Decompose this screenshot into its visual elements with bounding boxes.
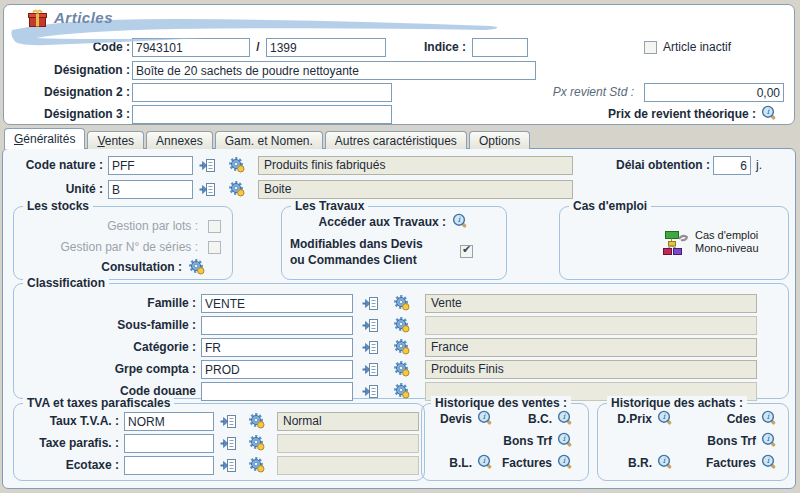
hist-achats-dprix-label: D.Prix (600, 410, 652, 429)
ecotaxe-gear-icon[interactable] (248, 456, 265, 473)
taux-tva-gear-icon[interactable] (248, 412, 265, 429)
categorie-input[interactable] (201, 338, 353, 357)
taxe-parafis-display (277, 434, 419, 453)
tab-ventes[interactable]: Ventes (87, 131, 144, 149)
hist-ventes-bons-trf-label: Bons Trf (494, 432, 552, 451)
hist-achats-cdes-label: Cdes (692, 410, 756, 429)
sous-famille-gear-icon[interactable] (393, 316, 410, 333)
taux-tva-lookup-icon[interactable] (220, 413, 237, 430)
hist-ventes-bl-label: B.L. (424, 454, 472, 473)
designation3-label: Désignation 3 : (12, 105, 130, 124)
hist-ventes-bl-loupe-icon[interactable]: i (477, 454, 494, 471)
ecotaxe-input[interactable] (124, 456, 214, 475)
prix-theorique-loupe-icon[interactable]: i (761, 105, 778, 122)
group-historique-ventes-title: Historique des ventes : (431, 396, 571, 410)
categorie-gear-icon[interactable] (393, 338, 410, 355)
designation-input[interactable] (132, 61, 536, 80)
article-header-panel: Articles Code : / Indice : Article inact… (3, 4, 795, 125)
delai-obtention-input[interactable] (713, 156, 751, 175)
code-douane-lookup-icon[interactable] (362, 383, 379, 400)
ecotaxe-display (277, 456, 419, 475)
grpe-compta-input[interactable] (201, 360, 353, 379)
code-nature-lookup-icon[interactable] (199, 157, 216, 174)
group-cas-emploi: Cas d'emploi Cas d'emploi Mono-niveau (559, 206, 789, 280)
group-les-stocks-title: Les stocks (23, 199, 93, 213)
group-historique-achats: Historique des achats : D.Prix i Cdes i … (597, 403, 789, 481)
hist-achats-cdes-loupe-icon[interactable]: i (761, 410, 778, 427)
hist-ventes-factures-loupe-icon[interactable]: i (557, 454, 574, 471)
taux-tva-input[interactable] (124, 412, 214, 431)
designation3-input[interactable] (132, 105, 392, 124)
hist-ventes-bons-trf-loupe-icon[interactable]: i (557, 432, 574, 449)
ecotaxe-label: Ecotaxe : (14, 456, 119, 475)
cas-emploi-hierarchy-icon[interactable] (662, 229, 690, 256)
taxe-parafis-label: Taxe parafis. : (14, 434, 119, 453)
hist-achats-bons-trf-loupe-icon[interactable]: i (761, 432, 778, 449)
designation2-label: Désignation 2 : (12, 83, 130, 102)
cas-emploi-line1: Cas d'emploi (695, 229, 758, 242)
taux-tva-label: Taux T.V.A. : (14, 412, 119, 431)
gift-icon (26, 8, 49, 29)
delai-obtention-label: Délai obtention : (596, 156, 710, 175)
tab-autres-caracteristiques[interactable]: Autres caractéristiques (325, 131, 467, 149)
taxe-parafis-input[interactable] (124, 434, 214, 453)
grpe-compta-display: Produits Finis (425, 360, 757, 379)
hist-ventes-factures-label: Factures (494, 454, 552, 473)
tab-annexes[interactable]: Annexes (146, 131, 213, 149)
group-tva-title: TVA et taxes parafiscales (23, 396, 174, 410)
article-inactif-checkbox[interactable] (644, 41, 657, 54)
tab-options[interactable]: Options (469, 131, 530, 149)
hist-ventes-bc-label: B.C. (494, 410, 552, 429)
categorie-display: France (425, 338, 757, 357)
modifiables-devis-checkbox[interactable] (460, 245, 473, 258)
tab-gam-et-nomen[interactable]: Gam. et Nomen. (215, 131, 323, 149)
delai-unit-label: j. (756, 156, 776, 175)
sous-famille-display (425, 316, 757, 335)
sous-famille-lookup-icon[interactable] (362, 317, 379, 334)
hist-achats-br-loupe-icon[interactable]: i (657, 454, 674, 471)
ecotaxe-lookup-icon[interactable] (220, 457, 237, 474)
hist-ventes-devis-label: Devis (424, 410, 472, 429)
hist-achats-br-label: B.R. (600, 454, 652, 473)
code-douane-gear-icon[interactable] (393, 382, 410, 399)
code-nature-label: Code nature : (3, 156, 103, 175)
hist-ventes-devis-loupe-icon[interactable]: i (477, 410, 494, 427)
unite-input[interactable] (108, 180, 193, 199)
designation2-input[interactable] (132, 83, 392, 102)
famille-input[interactable] (201, 294, 353, 313)
hist-achats-factures-loupe-icon[interactable]: i (761, 454, 778, 471)
hist-ventes-bc-loupe-icon[interactable]: i (557, 410, 574, 427)
sous-famille-label: Sous-famille : (22, 316, 196, 335)
taxe-parafis-gear-icon[interactable] (248, 434, 265, 451)
hist-achats-factures-label: Factures (692, 454, 756, 473)
taxe-parafis-lookup-icon[interactable] (220, 435, 237, 452)
code-douane-input[interactable] (201, 382, 353, 401)
group-classification: Classification Famille : Vente Sous-fami… (13, 283, 789, 399)
unite-lookup-icon[interactable] (199, 181, 216, 198)
px-revient-std-input[interactable] (644, 83, 784, 102)
consultation-gear-icon[interactable] (188, 258, 205, 275)
code-nature-gear-icon[interactable] (228, 156, 245, 173)
categorie-lookup-icon[interactable] (362, 339, 379, 356)
cas-emploi-line2: Mono-niveau (695, 242, 759, 255)
famille-display: Vente (425, 294, 757, 313)
gestion-par-series-label: Gestion par N° de séries : (22, 238, 198, 257)
gestion-par-lots-label: Gestion par lots : (22, 217, 198, 236)
prix-theorique-label: Prix de revient théorique : (504, 105, 756, 124)
hist-achats-dprix-loupe-icon[interactable]: i (657, 410, 674, 427)
acceder-travaux-loupe-icon[interactable]: i (452, 213, 469, 230)
gestion-par-lots-checkbox (208, 220, 221, 233)
modifiables-devis-label-line2: ou Commandes Client (290, 251, 460, 270)
famille-gear-icon[interactable] (393, 294, 410, 311)
sous-famille-input[interactable] (201, 316, 353, 335)
consultation-label: Consultation : (22, 258, 182, 277)
grpe-compta-gear-icon[interactable] (393, 360, 410, 377)
famille-lookup-icon[interactable] (362, 295, 379, 312)
page-title: Articles (54, 9, 113, 26)
group-cas-emploi-title: Cas d'emploi (569, 199, 651, 213)
grpe-compta-lookup-icon[interactable] (362, 361, 379, 378)
code-nature-input[interactable] (108, 156, 193, 175)
tab-generalites[interactable]: Généralités (4, 128, 85, 149)
unite-label: Unité : (3, 180, 103, 199)
unite-gear-icon[interactable] (228, 180, 245, 197)
